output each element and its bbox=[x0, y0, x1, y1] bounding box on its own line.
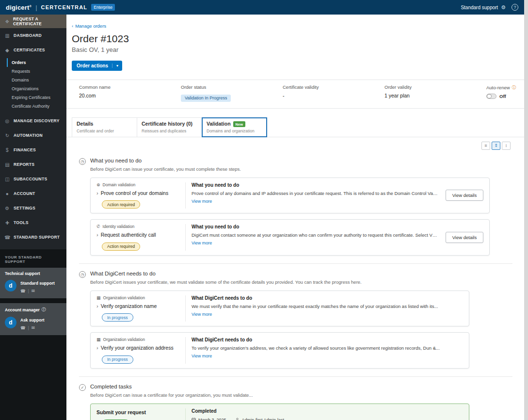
mail-icon[interactable]: ✉ bbox=[32, 289, 35, 293]
sidebar-item-certificate-authority[interactable]: Certificate Authority bbox=[7, 102, 66, 111]
sidebar-item-label: TOOLS bbox=[14, 220, 29, 225]
certificate-validity-value: - bbox=[283, 93, 384, 98]
tab-label: Certificate history (0) bbox=[142, 121, 197, 127]
calendar-icon bbox=[192, 418, 196, 420]
task-panel-text: We must verify that the name in your cer… bbox=[192, 304, 459, 309]
sidebar-item-domains[interactable]: Domains bbox=[7, 76, 66, 84]
tab-sublabel: Reissues and duplicates bbox=[142, 129, 197, 133]
person-icon bbox=[235, 418, 240, 420]
task-expander[interactable]: › Verify organization name bbox=[96, 303, 181, 309]
sidebar-item-label: FINANCES bbox=[14, 147, 36, 152]
sidebar-item-certificates[interactable]: ◆ CERTIFICATES bbox=[0, 43, 66, 57]
back-link-label: Manage orders bbox=[75, 23, 106, 29]
order-actions-button[interactable]: Order actions ▾ bbox=[72, 61, 122, 71]
sidebar-item-request-certificate[interactable]: ❖ REQUEST A CERTIFICATE bbox=[0, 15, 66, 28]
order-actions-label: Order actions bbox=[77, 63, 108, 68]
certificate-validity-label: Certificate validity bbox=[283, 84, 384, 90]
technical-support-title: Technical support bbox=[0, 268, 66, 278]
task-panel-title: What DigiCert needs to do bbox=[192, 337, 459, 342]
task-name: Verify your organization address bbox=[101, 345, 174, 351]
task-category: Organization validation bbox=[103, 337, 145, 342]
account-manager-card: Account manager ⓘ d Ask support ☎ | ✉ bbox=[0, 303, 66, 335]
tab-label: Validation bbox=[207, 121, 231, 127]
task-panel-title: What you need to do bbox=[192, 224, 438, 229]
mail-icon[interactable]: ✉ bbox=[32, 325, 35, 330]
sidebar-item-automation[interactable]: ↻ AUTOMATION bbox=[0, 128, 66, 143]
common-name-label: Common name bbox=[79, 84, 181, 90]
collapse-all-button[interactable]: ⇕ bbox=[492, 142, 500, 150]
globe-icon: ⊕ bbox=[96, 182, 100, 187]
support-contact-label: Standard support bbox=[20, 281, 55, 286]
sidebar-item-manage-discovery[interactable]: ◎ MANAGE DISCOVERY bbox=[0, 113, 66, 128]
sidebar-item-requests[interactable]: Requests bbox=[7, 67, 66, 76]
view-details-button[interactable]: View details bbox=[446, 232, 484, 243]
clock-icon: ◷ bbox=[79, 271, 86, 278]
certificate-ribbon-icon: ❖ bbox=[4, 19, 10, 24]
view-more-link[interactable]: View more bbox=[192, 199, 212, 204]
sidebar-item-label: ACCOUNT bbox=[14, 191, 35, 196]
automation-icon: ↻ bbox=[4, 133, 10, 138]
account-icon: ● bbox=[4, 191, 10, 196]
view-details-button[interactable]: View details bbox=[446, 190, 484, 201]
support-phone-icon: ☎ bbox=[4, 235, 10, 240]
section-completed-tasks: ✓ Completed tasks Before DigiCert can is… bbox=[79, 376, 512, 420]
phone-icon[interactable]: ☎ bbox=[20, 289, 26, 293]
sidebar-item-subaccounts[interactable]: ◫ SUBACCOUNTS bbox=[0, 172, 66, 186]
toggle-knob bbox=[487, 94, 492, 98]
expand-all-button[interactable]: ↕ bbox=[502, 142, 511, 150]
sidebar-item-settings[interactable]: ⚙ SETTINGS bbox=[0, 201, 66, 215]
info-icon[interactable]: ⓘ bbox=[512, 84, 516, 91]
standard-support-menu[interactable]: Standard support ⚙ bbox=[461, 4, 506, 11]
technical-support-card: Technical support d Standard support ☎ |… bbox=[0, 268, 66, 298]
auto-renew-toggle[interactable] bbox=[486, 94, 496, 99]
sidebar-item-expiring-certificates[interactable]: Expiring Certificates bbox=[7, 93, 66, 102]
back-to-manage-orders-link[interactable]: ‹ Manage orders bbox=[72, 23, 106, 29]
list-view-button[interactable]: ≡ bbox=[481, 142, 490, 150]
info-icon[interactable]: ⓘ bbox=[42, 307, 46, 313]
status-badge: In progress bbox=[102, 313, 133, 322]
tab-details[interactable]: Details Certificate and order bbox=[72, 117, 137, 137]
sidebar-item-label: STANDARD SUPPORT bbox=[14, 235, 60, 240]
avatar: d bbox=[5, 317, 16, 328]
sidebar-support-area: YOUR STANDARD SUPPORT Technical support … bbox=[0, 249, 66, 420]
task-expander[interactable]: › Prove control of your domains bbox=[96, 190, 181, 196]
sidebar-item-account[interactable]: ● ACCOUNT bbox=[0, 186, 66, 201]
view-more-link[interactable]: View more bbox=[192, 241, 212, 245]
section-title: What you need to do bbox=[90, 158, 241, 163]
order-validity-field: Order validity 1 year plan bbox=[384, 84, 486, 102]
view-more-link[interactable]: View more bbox=[192, 354, 212, 358]
sidebar-nav: ▥ DASHBOARD ◆ CERTIFICATES Orders Reques… bbox=[0, 28, 66, 244]
phone-icon[interactable]: ☎ bbox=[20, 325, 26, 330]
enterprise-badge: Enterprise bbox=[91, 4, 115, 11]
reports-icon: ▤ bbox=[4, 162, 10, 167]
support-settings-icon: ⚙ bbox=[501, 4, 506, 11]
new-badge: New bbox=[233, 121, 245, 127]
sidebar-item-tools[interactable]: ✚ TOOLS bbox=[0, 215, 66, 230]
sidebar-item-organizations[interactable]: Organizations bbox=[7, 84, 66, 93]
sidebar-item-dashboard[interactable]: ▥ DASHBOARD bbox=[0, 28, 66, 43]
sidebar-item-reports[interactable]: ▤ REPORTS bbox=[0, 157, 66, 172]
task-expander[interactable]: › Request authenticity call bbox=[96, 232, 181, 238]
view-more-link[interactable]: View more bbox=[192, 312, 212, 317]
tab-certificate-history[interactable]: Certificate history (0) Reissues and dup… bbox=[137, 117, 202, 137]
chevron-right-icon: › bbox=[96, 232, 98, 238]
task-panel-text: Prove control of any domains and IP addr… bbox=[192, 191, 438, 196]
order-status-badge: Validation In Progress bbox=[181, 95, 231, 102]
task-category: Domain validation bbox=[103, 182, 136, 187]
sidebar-item-finances[interactable]: $ FINANCES bbox=[0, 143, 66, 157]
common-name-value: 20.com bbox=[79, 93, 181, 98]
task-expander[interactable]: › Verify your organization address bbox=[96, 345, 181, 351]
app-window: digicert® | CERTCENTRAL Enterprise Stand… bbox=[0, 0, 524, 420]
icon-separator: | bbox=[28, 325, 29, 330]
sidebar-item-standard-support[interactable]: ☎ STANDARD SUPPORT bbox=[0, 230, 66, 244]
section-title: What DigiCert needs to do bbox=[90, 271, 362, 276]
support-section-heading: YOUR STANDARD SUPPORT bbox=[0, 249, 66, 268]
tab-validation[interactable]: ValidationNew Domains and organization bbox=[202, 117, 267, 137]
help-icon[interactable]: ? bbox=[512, 4, 518, 11]
sidebar-item-orders[interactable]: Orders bbox=[7, 58, 66, 67]
task-card-identity-validation: ✆ Identity validation › Request authenti… bbox=[90, 219, 490, 256]
tools-icon: ✚ bbox=[4, 220, 10, 226]
order-status-label: Order status bbox=[181, 84, 283, 90]
sidebar-item-label: REPORTS bbox=[14, 162, 34, 167]
task-panel-title: Completed bbox=[192, 408, 459, 414]
